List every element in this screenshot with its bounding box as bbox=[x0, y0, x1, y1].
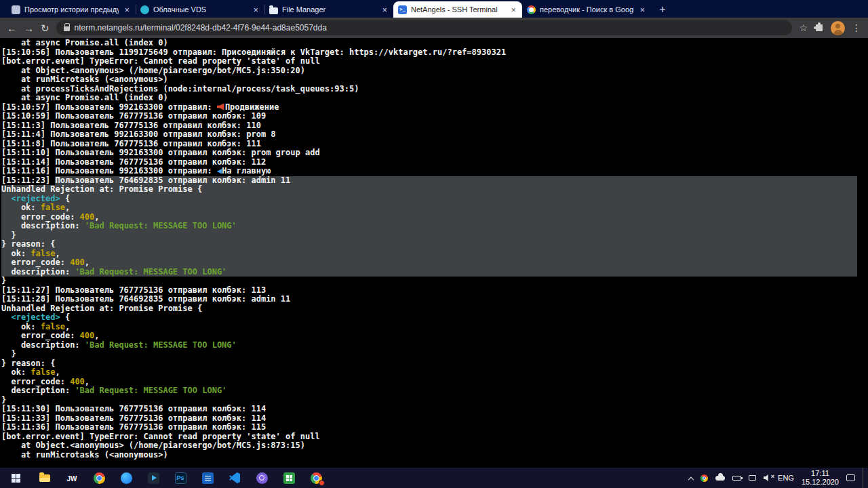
reload-button[interactable]: ↻ bbox=[41, 23, 50, 33]
terminal-line: error_code: 400, bbox=[1, 213, 857, 222]
terminal-line: at async Promise.all (index 0) bbox=[1, 39, 857, 48]
terminal-line: [15:11:3] Пользователь 767775136 отправи… bbox=[1, 121, 857, 131]
terminal-line: [15:11:4] Пользователь 992163300 отправи… bbox=[1, 130, 857, 140]
terminal-line: [15:10:56] Пользователь 1199175649 отпра… bbox=[1, 48, 857, 58]
tab-title: переводчик - Поиск в Google bbox=[540, 5, 634, 14]
terminal-line: } bbox=[1, 396, 857, 405]
terminal-line: at Object.<anonymous> (/home/piarosergo/… bbox=[1, 66, 857, 76]
terminal-line: ok: false, bbox=[1, 323, 857, 332]
terminal-line: [15:11:16] Пользователь 992163300 отправ… bbox=[1, 167, 857, 176]
terminal-line: [15:11:14] Пользователь 767775136 отправ… bbox=[1, 158, 857, 167]
tray-volume-muted-icon[interactable]: × bbox=[764, 474, 770, 481]
tray-battery-icon[interactable] bbox=[732, 476, 741, 481]
taskbar-chrome-badged-icon[interactable] bbox=[302, 468, 330, 488]
show-desktop-button[interactable] bbox=[863, 468, 866, 488]
terminal-line: description: 'Bad Request: MESSAGE TOO L… bbox=[1, 222, 857, 231]
terminal-line: [15:11:36] Пользователь 767775136 отправ… bbox=[1, 423, 857, 432]
terminal-line: } bbox=[1, 277, 857, 286]
terminal-line: at runMicrotasks (<anonymous>) bbox=[1, 75, 857, 85]
taskbar-messenger-icon[interactable] bbox=[113, 468, 140, 488]
extensions-puzzle-icon[interactable] bbox=[816, 24, 823, 31]
bookmark-star-icon[interactable]: ☆ bbox=[799, 23, 808, 33]
terminal-line: <rejected> { bbox=[1, 195, 857, 204]
terminal-line: } bbox=[1, 231, 857, 241]
terminal-line: Unhandled Rejection at: Promise Promise … bbox=[1, 185, 857, 195]
tab-title: Просмотр истории предыдущи bbox=[24, 5, 119, 14]
terminal-line: } bbox=[1, 350, 857, 359]
tab-title: Облачные VDS bbox=[153, 5, 248, 14]
tab-close-icon[interactable]: × bbox=[638, 5, 646, 15]
taskbar-viber-icon[interactable] bbox=[248, 468, 275, 488]
terminal-line: Unhandled Rejection at: Promise Promise … bbox=[1, 304, 857, 314]
terminal-line: at runMicrotasks (<anonymous>) bbox=[1, 451, 857, 460]
taskbar-vscode-icon[interactable] bbox=[221, 468, 248, 488]
tab-close-icon[interactable]: × bbox=[380, 5, 389, 15]
profile-avatar[interactable] bbox=[831, 21, 845, 35]
lock-icon[interactable] bbox=[64, 26, 70, 31]
address-bar[interactable]: nterm.netangels.ru/terminal/02f8248d-db4… bbox=[56, 20, 793, 35]
megaphone-icon bbox=[217, 104, 224, 110]
taskbar-blue-app-icon[interactable] bbox=[194, 468, 221, 488]
terminal-line: error_code: 400, bbox=[1, 331, 857, 341]
clock-time: 17:11 bbox=[802, 469, 839, 478]
terminal-line: at async Promise.all (index 0) bbox=[1, 94, 857, 103]
new-tab-button[interactable]: + bbox=[654, 1, 671, 18]
tray-chrome-icon[interactable] bbox=[701, 474, 708, 482]
taskbar: × ENG 17:11 15.12.2020 bbox=[0, 468, 868, 488]
taskbar-telegram-icon[interactable] bbox=[140, 468, 167, 488]
hidden-icons-caret[interactable] bbox=[688, 477, 694, 483]
tab-history[interactable]: Просмотр истории предыдущи× bbox=[7, 1, 136, 18]
terminal-line: [15:11:33] Пользователь 767775136 отправ… bbox=[1, 414, 857, 424]
terminal-line: error_code: 400, bbox=[1, 258, 857, 268]
clock-date: 15.12.2020 bbox=[802, 478, 839, 487]
tab-close-icon[interactable]: × bbox=[509, 5, 517, 15]
terminal-line: [15:11:8] Пользователь 767775136 отправи… bbox=[1, 140, 857, 149]
taskbar-start-icon[interactable] bbox=[0, 468, 31, 488]
terminal-line: [15:11:27] Пользователь 767775136 отправ… bbox=[1, 286, 857, 296]
google-favicon bbox=[527, 5, 536, 14]
tab-close-icon[interactable]: × bbox=[252, 5, 260, 15]
terminal-line: [15:10:59] Пользователь 767775136 отправ… bbox=[1, 112, 857, 121]
terminal-line: ok: false, bbox=[1, 368, 857, 378]
tray-cloud-icon[interactable] bbox=[715, 476, 725, 481]
tab-files[interactable]: File Manager× bbox=[264, 1, 393, 18]
terminal-line: at processTicksAndRejections (node:inter… bbox=[1, 85, 857, 94]
language-indicator[interactable]: ENG bbox=[778, 474, 794, 482]
browser-toolbar: ← → ↻ nterm.netangels.ru/terminal/02f824… bbox=[0, 18, 868, 38]
terminal-line: [15:11:10] Пользователь 992163300 отправ… bbox=[1, 148, 857, 158]
taskbar-clock[interactable]: 17:11 15.12.2020 bbox=[802, 469, 839, 487]
tab-title: File Manager bbox=[282, 5, 376, 14]
desktop: Просмотр истории предыдущи×Облачные VDS×… bbox=[0, 0, 868, 488]
terminal-screen[interactable]: at async Promise.all (index 0)[15:10:56]… bbox=[0, 38, 868, 468]
terminal-line: ok: false, bbox=[1, 249, 857, 259]
terminal-line: [15:10:57] Пользователь 992163300 отправ… bbox=[1, 103, 857, 113]
folder-favicon bbox=[269, 7, 278, 14]
terminal-line: } reason: { bbox=[1, 359, 857, 369]
taskbar-green-app-icon[interactable] bbox=[275, 468, 302, 488]
forward-button[interactable]: → bbox=[24, 23, 34, 33]
tab-cloud[interactable]: Облачные VDS× bbox=[136, 1, 264, 18]
history-favicon bbox=[12, 5, 20, 14]
terminal-favicon bbox=[398, 5, 407, 14]
back-button[interactable]: ← bbox=[7, 23, 17, 33]
terminal-line: description: 'Bad Request: MESSAGE TOO L… bbox=[1, 386, 857, 396]
browser-menu-icon[interactable]: ⋮ bbox=[852, 23, 861, 33]
taskbar-jw-library-icon[interactable] bbox=[58, 468, 85, 488]
terminal-line: [15:11:28] Пользователь 764692835 отправ… bbox=[1, 295, 857, 304]
terminal-line: [15:11:23] Пользователь 764692835 отправ… bbox=[1, 176, 857, 186]
terminal-line: } reason: { bbox=[1, 240, 857, 249]
taskbar-chrome-icon[interactable] bbox=[85, 468, 113, 488]
terminal-line: [bot.error.event] TypeError: Cannot read… bbox=[1, 432, 857, 442]
taskbar-icons bbox=[0, 468, 330, 488]
terminal-line: [15:11:30] Пользователь 767775136 отправ… bbox=[1, 405, 857, 414]
taskbar-explorer-icon[interactable] bbox=[31, 468, 58, 488]
system-tray: × ENG 17:11 15.12.2020 bbox=[689, 468, 868, 488]
tab-close-icon[interactable]: × bbox=[123, 5, 131, 15]
url-text: nterm.netangels.ru/terminal/02f8248d-db4… bbox=[75, 23, 327, 33]
tab-google[interactable]: переводчик - Поиск в Google× bbox=[522, 1, 651, 18]
tray-network-icon[interactable] bbox=[749, 475, 756, 481]
tab-terminal[interactable]: NetAngels - SSH Terminal× bbox=[393, 1, 522, 18]
taskbar-photoshop-icon[interactable] bbox=[167, 468, 194, 488]
action-center-icon[interactable] bbox=[846, 474, 855, 481]
terminal-line: <rejected> { bbox=[1, 313, 857, 323]
